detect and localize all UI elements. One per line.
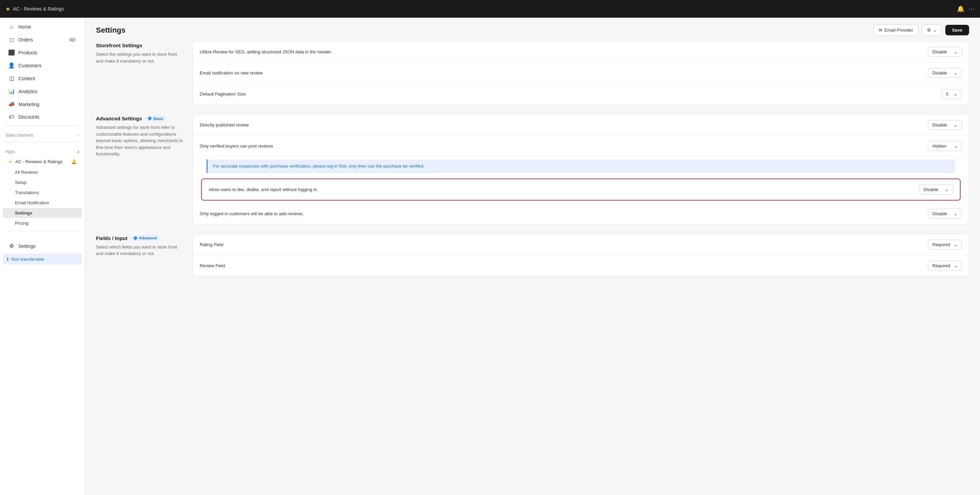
page-actions: ✉ Email Provider ⚙ ⌄ Save	[873, 24, 969, 36]
advanced-info: Advanced Settings 🔷 Basic Advanced setti…	[96, 114, 185, 224]
advanced-desc: Advanced settings for store front refer …	[96, 124, 185, 157]
customize-label: ⌄	[933, 27, 937, 33]
email-notif-select[interactable]: Disable ⌄	[928, 68, 962, 78]
setting-row-rating-field: Rating Field Required ⌄	[193, 234, 969, 255]
fields-title: Fields / Input 🔷 Advanced	[96, 235, 185, 241]
settings-icon: ⚙	[8, 243, 15, 249]
advanced-badge-icon: 🔷	[133, 236, 138, 240]
review-field-value: Required	[932, 263, 950, 268]
info-banner: For accurate responses with purchase ver…	[207, 159, 955, 173]
info-banner-container: For accurate responses with purchase ver…	[193, 157, 969, 176]
verified-buyers-select[interactable]: Hidden ⌄	[928, 141, 962, 151]
sidebar: ⌂ Home ◻ Orders 42 ⬛ Products 👤 Customer…	[0, 17, 85, 495]
sidebar-item-label: Customers	[18, 63, 41, 68]
save-button[interactable]: Save	[945, 25, 969, 35]
non-transferable-label: Non-transferable	[11, 257, 44, 262]
sidebar-item-label: Analytics	[18, 89, 37, 94]
direct-publish-chevron: ⌄	[954, 122, 958, 127]
direct-publish-select[interactable]: Disable ⌄	[928, 120, 962, 130]
advanced-card: Directly published review Disable ⌄ Only…	[192, 114, 969, 224]
sidebar-item-settings[interactable]: ⚙ Settings	[3, 240, 82, 252]
sidebar-divider	[5, 126, 79, 126]
sidebar-sub-translations[interactable]: Translations	[3, 188, 82, 198]
sales-channels-label[interactable]: Sales channels ›	[0, 129, 85, 139]
more-options-icon[interactable]: ⋯	[969, 5, 975, 13]
advanced-badge: 🔷 Advanced	[130, 235, 160, 241]
verified-buyers-value: Hidden	[932, 143, 946, 149]
setting-row-email-notif: Email notification on new review Disable…	[193, 63, 969, 84]
apps-section-header[interactable]: Apps ›	[0, 145, 85, 156]
email-notification-label: Email Notification	[15, 200, 49, 205]
storefront-card: Utilize Review for SEO, adding structure…	[192, 41, 969, 105]
allow-users-label: Allow users to like, dislike, and report…	[208, 187, 318, 192]
sidebar-item-products[interactable]: ⬛ Products	[3, 46, 82, 59]
notification-icon[interactable]: 🔔	[957, 5, 964, 13]
page-header: Settings ✉ Email Provider ⚙ ⌄ Save	[85, 17, 980, 41]
pagination-label: Default Pagination Size	[200, 92, 246, 97]
top-bar: ★ AC - Reviews & Ratings 🔔 ⋯	[0, 0, 980, 17]
top-bar-actions: 🔔 ⋯	[957, 5, 975, 13]
sidebar-divider-2	[5, 142, 79, 142]
email-notif-chevron: ⌄	[954, 70, 958, 76]
badge-icon: 🔷	[147, 116, 152, 121]
sidebar-item-home[interactable]: ⌂ Home	[3, 21, 82, 33]
fields-info: Fields / Input 🔷 Advanced Select which f…	[96, 234, 185, 276]
setup-label: Setup	[15, 180, 27, 185]
sidebar-sub-pricing[interactable]: Pricing	[3, 218, 82, 228]
customers-icon: 👤	[8, 62, 15, 69]
customize-button[interactable]: ⚙ ⌄	[922, 24, 942, 36]
app-name-label: AC - Reviews & Ratings	[15, 159, 63, 164]
logged-in-value: Disable	[932, 211, 947, 216]
sidebar-sub-settings[interactable]: Settings	[3, 208, 82, 218]
apps-label: Apps	[5, 149, 14, 154]
review-field-select[interactable]: Required ⌄	[928, 261, 962, 271]
settings-bottom-label: Settings	[18, 243, 36, 249]
sidebar-item-marketing[interactable]: 📣 Marketing	[3, 98, 82, 111]
content-area: Storefront Settings Select the settings …	[85, 41, 980, 297]
verified-buyers-label: Only verified buyers can post reviews	[200, 143, 273, 149]
rating-field-value: Required	[932, 242, 950, 247]
sidebar-sub-setup[interactable]: Setup	[3, 178, 82, 187]
email-icon: ✉	[878, 27, 882, 33]
direct-publish-label: Directly published review	[200, 122, 249, 127]
review-field-label: Review Field	[200, 263, 225, 268]
rating-field-chevron: ⌄	[954, 242, 958, 247]
seo-select[interactable]: Disable ⌄	[928, 47, 962, 57]
setting-row-seo: Utilize Review for SEO, adding structure…	[193, 41, 969, 63]
setting-row-pagination: Default Pagination Size 5 ⌄	[193, 84, 969, 105]
sidebar-item-analytics[interactable]: 📊 Analytics	[3, 85, 82, 98]
logged-in-chevron: ⌄	[954, 211, 958, 216]
non-transferable-item: ℹ Non-transferable	[3, 254, 82, 265]
sidebar-app-ac-reviews[interactable]: ★ AC - Reviews & Ratings 🔔	[3, 156, 82, 167]
sidebar-sub-all-reviews[interactable]: All Reviews	[3, 167, 82, 177]
setting-row-direct-publish: Directly published review Disable ⌄	[193, 114, 969, 136]
email-notif-value: Disable	[932, 70, 947, 76]
all-reviews-label: All Reviews	[15, 170, 38, 175]
allow-users-value: Disable	[924, 187, 938, 192]
logged-in-select[interactable]: Disable ⌄	[928, 209, 962, 219]
sidebar-item-label: Content	[18, 76, 35, 81]
sidebar-item-discounts[interactable]: 🏷 Discounts	[3, 111, 82, 123]
orders-icon: ◻	[8, 36, 15, 43]
verified-buyers-chevron: ⌄	[954, 143, 958, 149]
setting-row-verified-buyers: Only verified buyers can post reviews Hi…	[193, 136, 969, 157]
marketing-icon: 📣	[8, 101, 15, 108]
breadcrumb: ★ AC - Reviews & Ratings	[5, 6, 64, 12]
app-bell-icon[interactable]: 🔔	[71, 159, 76, 164]
sidebar-item-content[interactable]: ◫ Content	[3, 72, 82, 85]
advanced-title: Advanced Settings 🔷 Basic	[96, 116, 185, 121]
allow-users-select[interactable]: Disable ⌄	[919, 185, 953, 195]
rating-field-select[interactable]: Required ⌄	[928, 240, 962, 249]
sidebar-item-customers[interactable]: 👤 Customers	[3, 59, 82, 72]
email-provider-button[interactable]: ✉ Email Provider	[873, 24, 918, 36]
products-icon: ⬛	[8, 49, 15, 56]
sidebar-item-orders[interactable]: ◻ Orders 42	[3, 33, 82, 46]
pagination-select[interactable]: 5 ⌄	[942, 89, 962, 99]
sidebar-sub-email-notification[interactable]: Email Notification	[3, 198, 82, 208]
advanced-settings-section: Advanced Settings 🔷 Basic Advanced setti…	[96, 114, 969, 224]
fields-desc: Select which fields you want in store fr…	[96, 244, 185, 257]
sidebar-item-label: Orders	[18, 37, 33, 43]
direct-publish-value: Disable	[932, 122, 947, 127]
seo-label: Utilize Review for SEO, adding structure…	[200, 49, 332, 54]
review-field-chevron: ⌄	[954, 263, 958, 268]
